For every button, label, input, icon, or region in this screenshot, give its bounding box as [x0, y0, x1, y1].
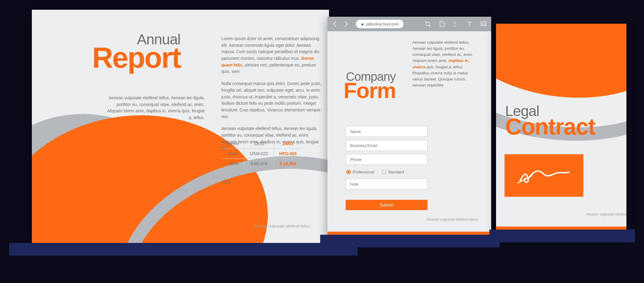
- device-bezel: [489, 230, 635, 242]
- radio-icon: [346, 170, 351, 174]
- address-bar[interactable]: pdfonline.foxit.com: [356, 20, 404, 28]
- submit-button[interactable]: Submit: [346, 200, 428, 210]
- name-field[interactable]: [346, 126, 428, 137]
- form-fields: Professional Standard Submit: [346, 126, 428, 210]
- page-icon[interactable]: [438, 21, 445, 27]
- svg-text:AB: AB: [453, 22, 457, 24]
- lock-icon: [361, 22, 364, 26]
- svg-rect-0: [361, 24, 363, 25]
- contract-title: Contract: [505, 113, 595, 140]
- signature-icon: [517, 165, 571, 186]
- table-row: Dolor $ 65,574 $ 18,269: [221, 159, 302, 169]
- table-row: Ipsum USM-022 HFG-403: [221, 149, 302, 159]
- report-paragraph-1: Lorem ipsum dolor sit amet, consectetuer…: [221, 36, 321, 75]
- legal-contract-document: Legal Contract Aenean vulputate eleifend…: [496, 24, 626, 230]
- forward-icon[interactable]: [343, 21, 349, 27]
- report-intro-text: Aenean vulputate eleifend tellus. Aenean…: [106, 95, 205, 121]
- radio-professional[interactable]: Professional: [346, 170, 374, 174]
- url-text: pdfonline.foxit.com: [366, 22, 399, 26]
- report-year: 2023: [221, 180, 231, 185]
- back-icon[interactable]: [332, 21, 338, 27]
- crop-icon[interactable]: [424, 21, 431, 27]
- form-footer: Aenean vulputate eleifend tellus.: [427, 217, 479, 222]
- report-paragraph-2: Nulla consequat massa quis enim. Donec p…: [221, 80, 321, 120]
- image-icon[interactable]: [480, 21, 487, 27]
- table-row: Lorem 12/31 26/03: [221, 139, 302, 149]
- annual-report-document: Annual Report Aenean vulputate eleifend …: [32, 10, 329, 244]
- report-title: Report: [68, 41, 180, 74]
- device-bezel: [9, 243, 358, 256]
- form-body-text: Aenean vulputate eleifend tellus. Aenean…: [412, 39, 479, 88]
- signature-box[interactable]: [505, 154, 583, 197]
- text-icon[interactable]: [466, 21, 473, 27]
- company-form-document: pdfonline.foxit.com ABAC Company Form Ae…: [327, 17, 491, 235]
- radio-icon: [382, 170, 386, 174]
- contract-footer: Aenean vulputate eleifend tellus.: [560, 212, 626, 217]
- report-footer: Aenean vulputate eleifend tellus.: [254, 224, 311, 228]
- form-title: Form: [343, 78, 396, 103]
- phone-field[interactable]: [346, 154, 428, 165]
- report-data-table: Lorem 12/31 26/03 Ipsum USM-022 HFG-403 …: [221, 139, 302, 169]
- replace-text-icon[interactable]: ABAC: [452, 21, 459, 27]
- browser-toolbar: pdfonline.foxit.com ABAC: [327, 17, 491, 31]
- note-field[interactable]: [346, 179, 428, 189]
- svg-point-4: [482, 23, 483, 24]
- svg-text:AC: AC: [453, 25, 457, 27]
- radio-standard[interactable]: Standard: [382, 170, 404, 174]
- business-email-field[interactable]: [346, 140, 428, 151]
